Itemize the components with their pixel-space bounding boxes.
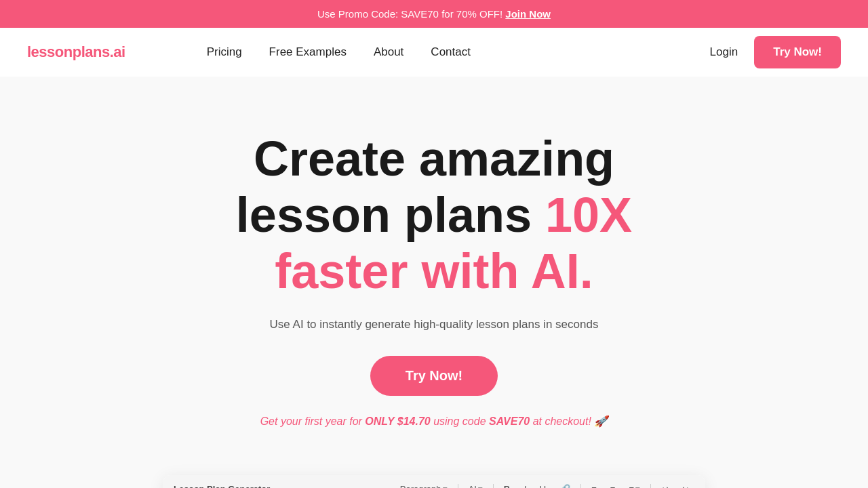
nav-free-examples[interactable]: Free Examples xyxy=(269,45,347,59)
toolbar-more-button[interactable]: ≡ ▾ xyxy=(624,482,645,488)
editor-toolbar: Paragraph ▾ AI ▾ B I U 🔗 ≡ ≡ ≡ ▾ xyxy=(395,482,694,488)
login-link[interactable]: Login xyxy=(710,45,738,59)
toolbar-sep-3 xyxy=(580,484,581,488)
hero-headline-line2: lesson plans xyxy=(236,188,545,242)
lesson-card-title: Lesson Plan Generator xyxy=(174,484,270,488)
chevron-down-icon-3: ▾ xyxy=(635,484,640,488)
promo-prefix: Get your first year for xyxy=(260,415,366,427)
lesson-card-container: Lesson Plan Generator Paragraph ▾ AI ▾ B… xyxy=(0,455,868,488)
promo-price: ONLY $14.70 xyxy=(365,415,430,427)
promo-mid: using code xyxy=(431,415,489,427)
promo-banner: Use Promo Code: SAVE70 for 70% OFF! Join… xyxy=(0,0,868,28)
nav-try-now-button[interactable]: Try Now! xyxy=(754,36,841,68)
lesson-card: Lesson Plan Generator Paragraph ▾ AI ▾ B… xyxy=(163,475,705,488)
hero-cta-button[interactable]: Try Now! xyxy=(370,356,498,396)
nav-about[interactable]: About xyxy=(374,45,403,59)
toolbar-sep-2 xyxy=(493,484,494,488)
toolbar-italic-button[interactable]: I xyxy=(519,482,531,488)
promo-code: SAVE70 xyxy=(489,415,530,427)
hero-headline: Create amazing lesson plans 10X faster w… xyxy=(14,131,854,299)
promo-suffix: at checkout! 🚀 xyxy=(530,415,608,427)
toolbar-sep-4 xyxy=(650,484,651,488)
lesson-card-header: Lesson Plan Generator Paragraph ▾ AI ▾ B… xyxy=(163,475,705,488)
toolbar-paragraph[interactable]: Paragraph ▾ xyxy=(395,482,452,488)
hero-headline-line3: faster with AI. xyxy=(275,244,593,298)
hero-subtitle: Use AI to instantly generate high-qualit… xyxy=(14,318,854,331)
nav-contact[interactable]: Contact xyxy=(431,45,471,59)
hero-headline-highlight: 10X xyxy=(545,188,632,242)
chevron-down-icon: ▾ xyxy=(443,484,448,488)
toolbar-underline-button[interactable]: U xyxy=(535,482,551,488)
toolbar-numbered-button[interactable]: ≡ xyxy=(606,482,620,488)
nav-links: Pricing Free Examples About Contact xyxy=(207,45,710,59)
hero-section: Create amazing lesson plans 10X faster w… xyxy=(0,77,868,455)
nav-right: Login Try Now! xyxy=(710,36,841,68)
chevron-down-icon-2: ▾ xyxy=(478,484,483,488)
logo-suffix: .ai xyxy=(110,43,125,60)
toolbar-undo-button[interactable]: ↩ xyxy=(656,482,673,488)
promo-banner-text: Use Promo Code: SAVE70 for 70% OFF! xyxy=(317,8,502,20)
toolbar-sep-1 xyxy=(458,484,458,488)
toolbar-ai[interactable]: AI ▾ xyxy=(464,482,488,488)
toolbar-redo-button[interactable]: ↪ xyxy=(677,482,694,488)
logo[interactable]: lessonplans.ai xyxy=(27,43,125,61)
toolbar-link-button[interactable]: 🔗 xyxy=(555,482,575,488)
hero-headline-line1: Create amazing xyxy=(254,131,614,186)
navbar: lessonplans.ai Pricing Free Examples Abo… xyxy=(0,28,868,77)
hero-promo: Get your first year for ONLY $14.70 usin… xyxy=(14,415,854,428)
toolbar-bold-button[interactable]: B xyxy=(499,482,515,488)
promo-banner-link[interactable]: Join Now xyxy=(505,8,551,20)
nav-pricing[interactable]: Pricing xyxy=(207,45,242,59)
logo-text: lessonplans xyxy=(27,43,110,60)
toolbar-bullet-button[interactable]: ≡ xyxy=(587,482,601,488)
